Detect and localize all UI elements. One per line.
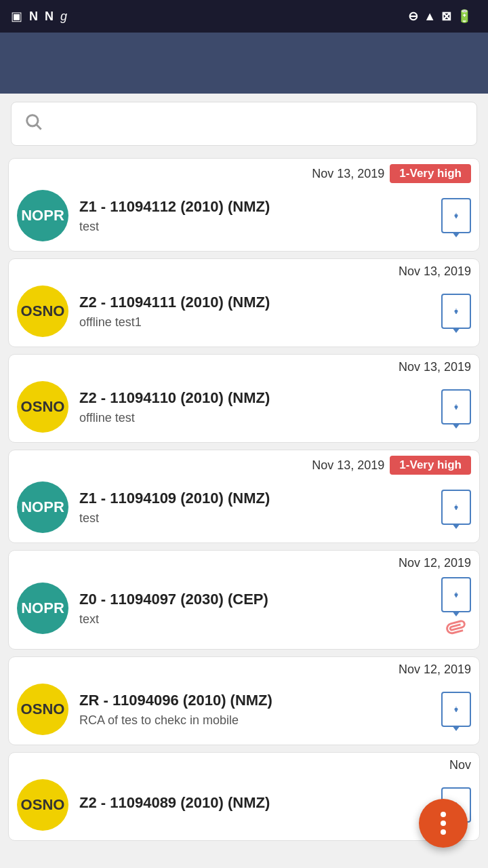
card-header: Nov 13, 20191-Very high [9,450,479,475]
card-subtitle: offline test [79,411,430,425]
notification-card[interactable]: Nov 13, 2019OSNOZ2 - 11094110 (2010) (NM… [8,354,480,443]
card-date: Nov 13, 2019 [399,360,471,374]
avatar: NOPR [17,190,68,241]
info-document-icon[interactable] [441,198,471,233]
card-header: Nov 12, 2019 [9,657,479,677]
card-body: OSNOZ2 - 11094110 (2010) (NMZ)offline te… [9,374,479,442]
card-title: Z2 - 11094111 (2010) (NMZ) [79,294,430,311]
info-document-icon[interactable] [441,692,471,727]
notification-card[interactable]: Nov 12, 2019NOPRZ0 - 11094097 (2030) (CE… [8,550,480,650]
info-document-icon[interactable] [441,490,471,525]
card-content: Z2 - 11094111 (2010) (NMZ)offline test1 [79,294,430,330]
avatar: NOPR [17,481,68,533]
app-header [0,33,488,94]
card-body: NOPRZ1 - 11094112 (2010) (NMZ)test [9,183,479,251]
g-icon: g [60,9,67,24]
card-content: Z1 - 11094109 (2010) (NMZ)test [79,490,430,526]
card-title: Z0 - 11094097 (2030) (CEP) [79,591,430,608]
search-input[interactable] [51,115,464,133]
n-icon-2: N [45,9,54,24]
card-date: Nov 13, 2019 [312,167,384,181]
search-icon [24,112,43,136]
card-content: Z1 - 11094112 (2010) (NMZ)test [79,198,430,234]
card-subtitle: RCA of tes to chekc in mobile [79,713,430,728]
card-title: Z1 - 11094109 (2010) (NMZ) [79,490,430,507]
priority-badge: 1-Very high [390,164,471,183]
card-date: Nov 12, 2019 [399,556,471,570]
avatar: OSNO [17,684,68,735]
status-bar: ▣ N N g ⊖ ▲ ⊠ 🔋 [0,0,488,33]
info-document-icon[interactable] [441,294,471,329]
notification-card[interactable]: Nov 13, 2019OSNOZ2 - 11094111 (2010) (NM… [8,258,480,347]
card-content: Z2 - 11094089 (2010) (NMZ) [79,794,430,816]
card-title: Z2 - 11094110 (2010) (NMZ) [79,389,430,407]
card-icons [441,692,471,727]
card-title: ZR - 11094096 (2010) (NMZ) [79,692,430,709]
card-icons [441,389,471,425]
card-content: ZR - 11094096 (2010) (NMZ)RCA of tes to … [79,692,430,728]
card-subtitle: test [79,511,430,526]
notification-card[interactable]: NovOSNOZ2 - 11094089 (2010) (NMZ) [8,752,480,841]
minus-circle-icon: ⊖ [408,9,418,24]
more-options-icon [441,812,446,835]
svg-point-0 [27,115,38,126]
status-bar-right: ⊖ ▲ ⊠ 🔋 [408,9,477,24]
card-body: OSNOZ2 - 11094089 (2010) (NMZ) [9,772,479,840]
notification-card[interactable]: Nov 13, 20191-Very highNOPRZ1 - 11094112… [8,158,480,252]
info-document-icon[interactable] [441,577,471,612]
card-date: Nov 13, 2019 [312,458,384,473]
card-header: Nov [9,753,479,772]
fab-button[interactable] [419,799,468,848]
priority-badge: 1-Very high [390,456,471,475]
square-icon: ▣ [11,9,22,24]
card-icons [441,577,471,639]
card-body: NOPRZ1 - 11094109 (2010) (NMZ)test [9,475,479,542]
card-content: Z0 - 11094097 (2030) (CEP)text [79,591,430,627]
wifi-icon: ▲ [424,9,436,24]
card-body: OSNOZ2 - 11094111 (2010) (NMZ)offline te… [9,279,479,347]
avatar: OSNO [17,285,68,337]
n-icon-1: N [29,9,38,24]
card-header: Nov 12, 2019 [9,551,479,570]
card-header: Nov 13, 2019 [9,259,479,279]
avatar: NOPR [17,583,68,634]
notification-card[interactable]: Nov 13, 20191-Very highNOPRZ1 - 11094109… [8,450,480,543]
avatar: OSNO [17,381,68,433]
no-sim-icon: ⊠ [441,9,451,24]
info-document-icon[interactable] [441,389,471,425]
card-date: Nov 12, 2019 [399,663,471,677]
notifications-list: Nov 13, 20191-Very highNOPRZ1 - 11094112… [0,154,488,868]
avatar: OSNO [17,779,68,831]
card-date: Nov [449,758,471,772]
battery-icon: 🔋 [457,9,472,24]
card-subtitle: text [79,612,430,627]
card-icons [441,490,471,525]
card-content: Z2 - 11094110 (2010) (NMZ)offline test [79,389,430,425]
card-header: Nov 13, 20191-Very high [9,159,479,183]
card-body: OSNOZR - 11094096 (2010) (NMZ)RCA of tes… [9,677,479,745]
search-bar[interactable] [11,102,477,146]
card-subtitle: test [79,220,430,234]
card-title: Z1 - 11094112 (2010) (NMZ) [79,198,430,216]
card-icons [441,294,471,329]
card-subtitle: offline test1 [79,315,430,330]
card-icons [441,198,471,233]
card-header: Nov 13, 2019 [9,355,479,374]
card-date: Nov 13, 2019 [399,264,471,279]
card-title: Z2 - 11094089 (2010) (NMZ) [79,794,430,812]
notification-card[interactable]: Nov 12, 2019OSNOZR - 11094096 (2010) (NM… [8,656,480,745]
svg-line-1 [37,125,41,129]
attachment-icon [447,618,466,639]
status-bar-left: ▣ N N g [11,9,67,24]
card-body: NOPRZ0 - 11094097 (2030) (CEP)text [9,570,479,649]
